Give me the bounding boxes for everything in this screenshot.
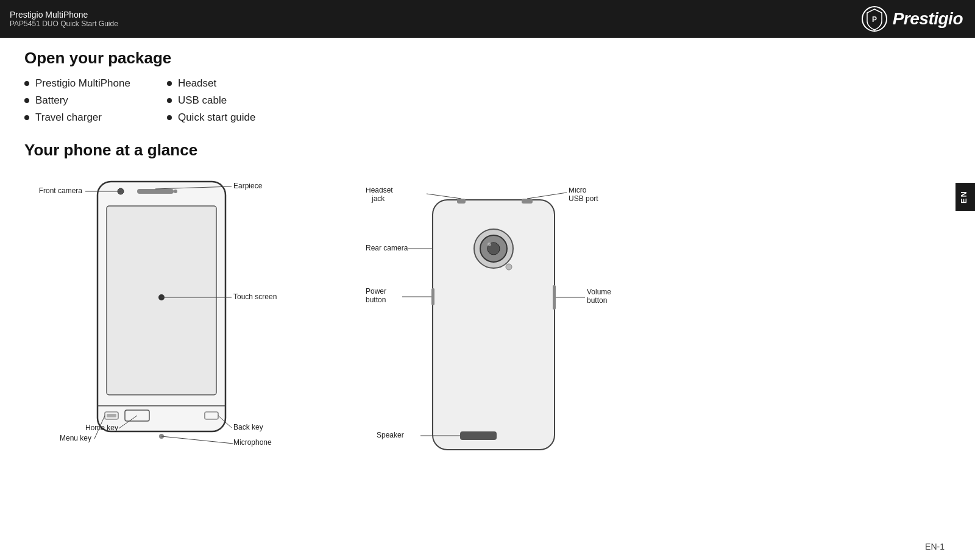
svg-text:Speaker: Speaker <box>377 431 404 439</box>
svg-text:Front camera: Front camera <box>39 186 83 195</box>
front-phone-svg: Front camera Earpiece Touch screen Home … <box>24 175 317 450</box>
svg-text:Home key: Home key <box>85 424 118 432</box>
svg-text:Microphone: Microphone <box>233 438 272 447</box>
header-left: Prestigio MultiPhone PAP5451 DUO Quick S… <box>10 10 118 28</box>
header-logo-text: Prestigio <box>893 9 963 29</box>
back-phone-diagram: Headset jack Micro USB port Rear camera … <box>366 188 670 468</box>
package-list: Prestigio MultiPhone Battery Travel char… <box>24 77 951 124</box>
svg-text:button: button <box>587 296 607 305</box>
svg-text:Earpiece: Earpiece <box>233 182 263 190</box>
prestigio-logo-icon: P <box>861 5 888 32</box>
back-phone-svg: Headset jack Micro USB port Rear camera … <box>366 188 670 480</box>
list-item: USB cable <box>167 94 256 107</box>
list-item: Battery <box>24 94 130 107</box>
package-col-1: Prestigio MultiPhone Battery Travel char… <box>24 77 130 124</box>
svg-text:Power: Power <box>366 287 386 296</box>
svg-line-42 <box>527 193 567 199</box>
glance-section-title: Your phone at a glance <box>24 141 951 160</box>
package-section-title: Open your package <box>24 49 951 68</box>
bullet-icon <box>167 115 172 120</box>
package-item-label: Prestigio MultiPhone <box>35 77 130 90</box>
svg-text:button: button <box>366 296 386 304</box>
svg-point-34 <box>488 243 491 246</box>
svg-text:Volume: Volume <box>587 288 611 296</box>
bullet-icon <box>24 81 29 86</box>
svg-text:P: P <box>872 15 877 24</box>
svg-text:Rear camera: Rear camera <box>366 244 408 252</box>
header-logo: P Prestigio <box>861 5 963 32</box>
package-item-label: Headset <box>178 77 216 90</box>
svg-text:Touch screen: Touch screen <box>233 292 277 301</box>
list-item: Quick start guide <box>167 112 256 124</box>
svg-rect-29 <box>457 199 466 204</box>
header-subtitle: PAP5451 DUO Quick Start Guide <box>10 19 118 28</box>
glance-section: Front camera Earpiece Touch screen Home … <box>24 169 951 468</box>
svg-rect-38 <box>460 431 497 440</box>
svg-rect-30 <box>522 199 533 204</box>
list-item: Travel charger <box>24 112 130 124</box>
svg-text:jack: jack <box>371 194 385 203</box>
svg-text:Menu key: Menu key <box>60 434 91 442</box>
svg-text:USB port: USB port <box>569 194 598 203</box>
package-item-label: Quick start guide <box>178 112 256 124</box>
front-phone-diagram: Front camera Earpiece Touch screen Home … <box>24 175 329 456</box>
header: Prestigio MultiPhone PAP5451 DUO Quick S… <box>0 0 975 38</box>
main-content: Open your package Prestigio MultiPhone B… <box>0 38 975 474</box>
svg-rect-4 <box>137 189 174 194</box>
package-item-label: Battery <box>35 94 68 107</box>
list-item: Headset <box>167 77 256 90</box>
svg-line-39 <box>427 194 461 199</box>
bullet-icon <box>167 81 172 86</box>
en-tab: EN <box>956 183 975 211</box>
list-item: Prestigio MultiPhone <box>24 77 130 90</box>
package-item-label: Travel charger <box>35 112 102 124</box>
page-number: EN-1 <box>925 542 945 551</box>
svg-rect-37 <box>553 285 556 310</box>
svg-rect-36 <box>431 288 434 305</box>
package-item-label: USB cable <box>178 94 227 107</box>
package-col-2: Headset USB cable Quick start guide <box>167 77 256 124</box>
svg-text:Micro: Micro <box>569 188 587 194</box>
svg-line-26 <box>161 436 233 444</box>
bullet-icon <box>24 98 29 103</box>
svg-rect-10 <box>107 414 116 417</box>
svg-point-6 <box>174 190 177 193</box>
bullet-icon <box>24 115 29 120</box>
bullet-icon <box>167 98 172 103</box>
svg-text:Back key: Back key <box>233 423 263 431</box>
svg-point-35 <box>506 264 512 270</box>
svg-text:Headset: Headset <box>366 188 393 194</box>
header-title: Prestigio MultiPhone <box>10 10 118 19</box>
